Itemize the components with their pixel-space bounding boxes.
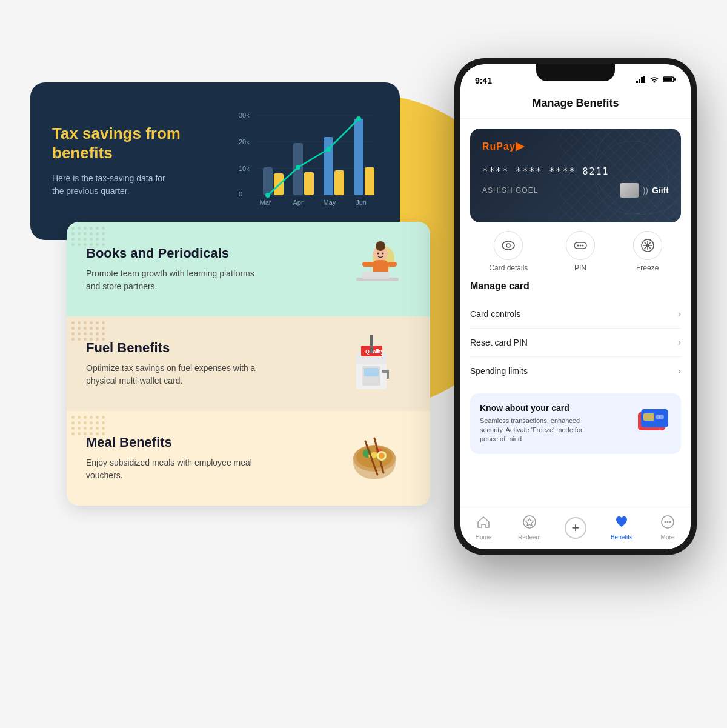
svg-text:Jun: Jun xyxy=(356,199,367,206)
menu-item-spending[interactable]: Spending limits › xyxy=(470,357,681,385)
bank-card: RuPay▶ **** **** **** 8211 ASHISH GOEL )… xyxy=(470,129,681,222)
svg-point-69 xyxy=(580,244,582,246)
know-card-desc: Seamless transactions, enhanced security… xyxy=(480,416,589,444)
nav-more[interactable]: More xyxy=(649,515,686,541)
tax-savings-card: Tax savings from benefits Here is the ta… xyxy=(30,82,400,240)
svg-point-81 xyxy=(659,415,664,419)
svg-point-27 xyxy=(377,242,383,248)
svg-point-68 xyxy=(577,244,579,246)
more-icon xyxy=(661,515,674,532)
svg-rect-41 xyxy=(364,368,379,376)
card-details-icon xyxy=(494,231,523,260)
battery-icon xyxy=(663,76,676,85)
benefit-books-title: Books and Periodicals xyxy=(86,245,256,261)
svg-rect-79 xyxy=(643,413,654,421)
benefit-meal-desc: Enjoy subsidized meals with employee mea… xyxy=(86,456,256,482)
benefit-books-image xyxy=(338,239,411,299)
phone-notch xyxy=(536,64,615,81)
svg-rect-13 xyxy=(334,170,344,195)
bottom-nav: Home Redeem + xyxy=(460,507,691,549)
reset-pin-arrow: › xyxy=(678,337,681,348)
benefit-fuel: Fuel Benefits Optimize tax savings on fu… xyxy=(67,316,430,411)
svg-rect-8 xyxy=(263,167,273,195)
know-card[interactable]: Know about your card Seamless transactio… xyxy=(470,393,681,454)
svg-point-18 xyxy=(326,147,331,152)
svg-rect-11 xyxy=(304,172,314,195)
redeem-icon xyxy=(523,515,536,532)
add-icon: + xyxy=(565,517,586,539)
nav-more-label: More xyxy=(661,534,675,541)
menu-item-reset-pin[interactable]: Reset card PIN › xyxy=(470,329,681,357)
svg-text:10k: 10k xyxy=(239,165,250,172)
home-icon xyxy=(477,515,490,532)
rupay-text: RuPay xyxy=(482,141,516,152)
quick-actions: Card details PIN xyxy=(470,231,681,272)
nav-redeem[interactable]: Redeem xyxy=(511,515,548,541)
menu-item-card-controls[interactable]: Card controls › xyxy=(470,300,681,329)
svg-marker-83 xyxy=(526,518,534,526)
svg-rect-29 xyxy=(362,262,374,267)
svg-rect-44 xyxy=(370,335,373,353)
tax-card-title: Tax savings from benefits xyxy=(52,124,185,162)
svg-point-54 xyxy=(379,453,385,459)
dots-decor-3 xyxy=(71,416,105,435)
svg-rect-55 xyxy=(636,81,638,83)
benefit-books-desc: Promote team growth with learning platfo… xyxy=(86,267,256,293)
phone-content: RuPay▶ **** **** **** 8211 ASHISH GOEL )… xyxy=(460,119,691,507)
svg-point-16 xyxy=(265,193,270,198)
svg-rect-43 xyxy=(387,370,389,379)
dots-decor-2 xyxy=(71,321,105,341)
benefits-list: Books and Periodicals Promote team growt… xyxy=(67,222,430,506)
svg-point-85 xyxy=(665,521,666,523)
svg-point-17 xyxy=(296,165,300,170)
chart-svg: 30k 20k 10k 0 xyxy=(239,107,378,216)
nav-home[interactable]: Home xyxy=(465,515,502,541)
rupay-arrow: ▶ xyxy=(516,140,525,152)
wifi-icon xyxy=(649,76,659,85)
benefit-fuel-image: Quality 1 xyxy=(338,333,411,394)
svg-point-33 xyxy=(377,253,379,255)
svg-rect-57 xyxy=(641,77,643,83)
benefit-fuel-desc: Optimize tax savings on fuel expenses wi… xyxy=(86,362,256,387)
phone-screen: 9:41 xyxy=(460,64,691,549)
nav-benefits-label: Benefits xyxy=(611,534,632,541)
card-details-action[interactable]: Card details xyxy=(489,231,528,272)
svg-text:20k: 20k xyxy=(239,138,250,145)
nav-home-label: Home xyxy=(476,534,492,541)
svg-rect-62 xyxy=(674,78,676,81)
tax-card-text: Tax savings from benefits Here is the ta… xyxy=(52,124,185,197)
svg-rect-58 xyxy=(643,76,645,83)
freeze-action[interactable]: Freeze xyxy=(633,231,662,272)
svg-point-66 xyxy=(506,244,510,247)
benefit-meal: Meal Benefits Enjoy subsidized meals wit… xyxy=(67,411,430,506)
phone-mockup: 9:41 xyxy=(454,58,697,555)
spending-limits-label: Spending limits xyxy=(470,366,528,376)
scene: Tax savings from benefits Here is the ta… xyxy=(30,46,697,683)
status-icons xyxy=(636,76,676,85)
svg-rect-15 xyxy=(365,167,374,195)
benefit-meal-image xyxy=(338,428,411,489)
status-time: 9:41 xyxy=(475,76,492,85)
card-chip xyxy=(620,183,639,198)
contactless-icon: )) xyxy=(643,185,648,195)
svg-text:0: 0 xyxy=(239,190,242,198)
benefit-meal-text: Meal Benefits Enjoy subsidized meals wit… xyxy=(86,435,256,482)
svg-text:May: May xyxy=(324,199,336,206)
reset-pin-label: Reset card PIN xyxy=(470,338,528,347)
tax-chart: 30k 20k 10k 0 xyxy=(239,107,378,216)
svg-point-70 xyxy=(582,244,584,246)
svg-point-59 xyxy=(654,81,656,83)
card-controls-label: Card controls xyxy=(470,309,520,319)
nav-add[interactable]: + xyxy=(557,517,594,539)
card-controls-arrow: › xyxy=(678,309,681,319)
manage-card-title: Manage card xyxy=(470,281,681,292)
freeze-icon xyxy=(633,231,662,260)
pin-action[interactable]: PIN xyxy=(566,231,595,272)
svg-rect-64 xyxy=(560,129,681,222)
know-card-image xyxy=(635,407,671,440)
benefit-meal-title: Meal Benefits xyxy=(86,435,256,450)
nav-benefits[interactable]: Benefits xyxy=(603,515,640,541)
know-card-title: Know about your card xyxy=(480,403,589,413)
phone-header: Manage Benefits xyxy=(460,91,691,119)
card-details-label: Card details xyxy=(489,264,528,272)
